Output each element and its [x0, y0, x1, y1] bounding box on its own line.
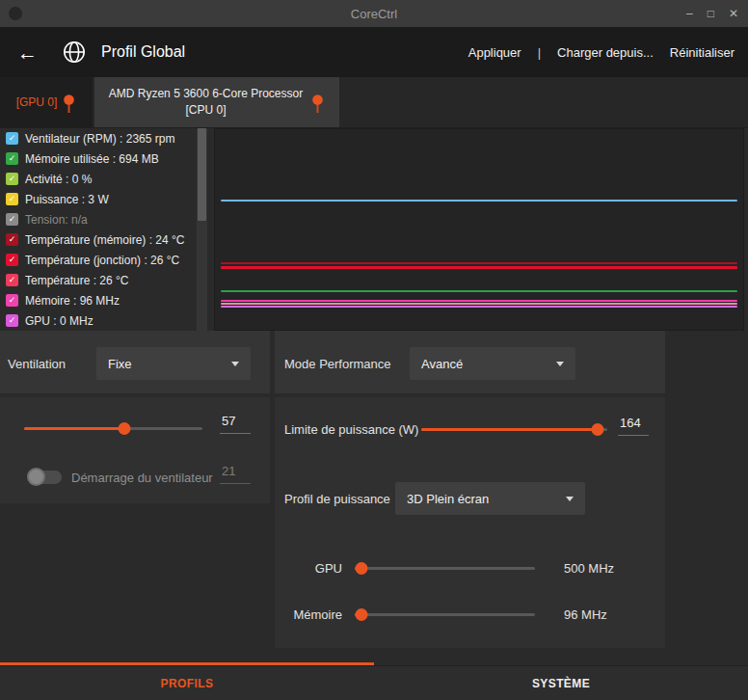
sensor-label: Température (mémoire) : 24 °C: [25, 233, 185, 247]
slider-handle[interactable]: [356, 608, 368, 621]
chevron-down-icon: [556, 362, 564, 366]
power-profile-dropdown[interactable]: 3D Plein écran: [395, 482, 585, 515]
minimize-button[interactable]: –: [686, 7, 693, 20]
slider-fill: [24, 427, 124, 430]
gpu-clock-value: 500 MHz: [564, 561, 614, 576]
app-icon: [9, 7, 22, 20]
sensor-row[interactable]: ✓Température (jonction) : 26 °C: [0, 250, 197, 270]
sensor-label: Mémoire utilisée : 694 MB: [25, 152, 159, 166]
slider-track: [355, 613, 535, 616]
tab-gpu0-label: [GPU 0]: [16, 95, 58, 109]
sensor-checkbox[interactable]: ✓: [6, 233, 18, 246]
sensor-row[interactable]: ✓Mémoire : 96 MHz: [0, 290, 197, 310]
graph-line-temp-memory: [221, 262, 737, 264]
graph-line-temperature: [221, 303, 737, 305]
sensor-row[interactable]: ✓Température (mémoire) : 24 °C: [0, 229, 197, 250]
power-limit-slider[interactable]: [421, 421, 607, 437]
slider-handle[interactable]: [592, 423, 604, 436]
scrollbar-thumb[interactable]: [198, 128, 206, 221]
fan-mode-dropdown[interactable]: Fixe: [96, 347, 251, 380]
pin-icon: [62, 94, 76, 114]
sensor-checkbox[interactable]: ✓: [6, 274, 18, 286]
sensor-row[interactable]: ✓Mémoire utilisée : 694 MB: [0, 148, 197, 169]
close-button[interactable]: ✕: [729, 7, 738, 20]
sensor-label: Température (jonction) : 26 °C: [25, 254, 179, 267]
sensor-row[interactable]: ✓Activité : 0 %: [0, 169, 197, 189]
sensor-label: GPU : 0 MHz: [25, 314, 94, 328]
sensor-list: ✓Ventilateur (RPM) : 2365 rpm✓Mémoire ut…: [0, 128, 197, 331]
sensor-checkbox[interactable]: ✓: [6, 294, 18, 307]
back-button[interactable]: ←: [17, 42, 38, 63]
sensor-row[interactable]: ✓Tension: n/a: [0, 209, 197, 229]
sensor-row[interactable]: ✓Température : 26 °C: [0, 270, 197, 290]
gpu-clock-slider[interactable]: [355, 560, 535, 576]
sensor-checkbox[interactable]: ✓: [6, 314, 18, 327]
apply-button[interactable]: Appliquer: [468, 45, 521, 60]
sensor-scrollbar[interactable]: [197, 128, 207, 331]
chevron-down-icon: [231, 362, 239, 366]
sensor-label: Puissance : 3 W: [25, 193, 109, 206]
corectrl-window: CoreCtrl – □ ✕ ← Profil Global Appliquer…: [0, 0, 748, 700]
device-tabbar: [GPU 0] AMD Ryzen 5 3600 6-Core Processo…: [0, 77, 748, 128]
window-controls: – □ ✕: [686, 0, 738, 27]
sensor-label: Tension: n/a: [25, 213, 88, 227]
graph-line-gpu-clock: [221, 306, 737, 308]
sensor-row[interactable]: ✓Puissance : 3 W: [0, 189, 197, 209]
fan-speed-slider[interactable]: [24, 420, 202, 436]
fan-speed-value[interactable]: 57: [220, 414, 251, 434]
controls-area: Ventilation Fixe 57 Démarrage du ventila…: [0, 331, 748, 665]
sensor-checkbox[interactable]: ✓: [6, 213, 18, 226]
tab-profiles[interactable]: PROFILS: [0, 666, 374, 700]
action-separator: |: [538, 45, 541, 60]
fan-start-value[interactable]: 21: [220, 464, 251, 484]
sensor-label: Mémoire : 96 MHz: [25, 294, 120, 308]
tab-system[interactable]: SYSTÈME: [374, 666, 748, 700]
sensor-checkbox[interactable]: ✓: [6, 152, 18, 165]
tab-cpu0[interactable]: AMD Ryzen 5 3600 6-Core Processor [CPU 0…: [94, 77, 339, 127]
sensor-checkbox[interactable]: ✓: [6, 132, 18, 145]
memory-clock-label: Mémoire: [289, 607, 342, 622]
gpu-clock-label: GPU: [289, 561, 342, 576]
sensor-row[interactable]: ✓Ventilateur (RPM) : 2365 rpm: [0, 128, 197, 148]
slider-track: [355, 567, 535, 570]
graph-line-memory-used: [221, 290, 737, 292]
fan-mode-value: Fixe: [108, 357, 132, 371]
power-profile-label: Profil de puissance: [284, 492, 390, 506]
reset-button[interactable]: Réinitialiser: [670, 45, 735, 60]
slider-handle[interactable]: [356, 562, 368, 575]
power-limit-value[interactable]: 164: [618, 416, 649, 436]
sensor-label: Température : 26 °C: [25, 274, 129, 287]
memory-clock-slider[interactable]: [355, 606, 535, 622]
performance-mode-dropdown[interactable]: Avancé: [410, 347, 575, 380]
slider-fill: [421, 428, 598, 431]
sensor-row[interactable]: ✓GPU : 0 MHz: [0, 310, 197, 331]
chevron-down-icon: [566, 497, 574, 501]
bottom-tabbar: PROFILS SYSTÈME: [0, 665, 748, 700]
maximize-button[interactable]: □: [708, 7, 714, 20]
titlebar: CoreCtrl – □ ✕: [0, 0, 748, 27]
header-actions: Appliquer | Charger depuis... Réinitiali…: [468, 45, 735, 60]
fan-start-toggle[interactable]: [29, 471, 62, 484]
sensor-label: Activité : 0 %: [25, 173, 92, 186]
tab-cpu0-line1: AMD Ryzen 5 3600 6-Core Processor: [109, 86, 303, 102]
performance-mode-label: Mode Performance: [284, 357, 391, 371]
tab-gpu0[interactable]: [GPU 0]: [0, 77, 93, 127]
globe-icon: [61, 39, 88, 66]
graph-line-memory-clock: [221, 300, 737, 302]
pin-icon: [310, 94, 325, 114]
load-from-button[interactable]: Charger depuis...: [557, 45, 654, 60]
sensor-checkbox[interactable]: ✓: [6, 254, 18, 266]
sensor-checkbox[interactable]: ✓: [6, 173, 18, 185]
graph-line-temp-junction: [221, 266, 737, 269]
performance-mode-value: Avancé: [421, 357, 463, 371]
power-limit-label: Limite de puissance (W): [284, 422, 418, 437]
fan-section-label: Ventilation: [8, 357, 66, 371]
memory-clock-value: 96 MHz: [564, 607, 607, 622]
graph-line-fan-rpm: [221, 200, 737, 202]
sensor-checkbox[interactable]: ✓: [6, 193, 18, 205]
toggle-knob[interactable]: [27, 468, 45, 486]
sensor-label: Ventilateur (RPM) : 2365 rpm: [25, 132, 174, 146]
slider-handle[interactable]: [118, 422, 130, 435]
power-profile-value: 3D Plein écran: [407, 492, 489, 506]
header: ← Profil Global Appliquer | Charger depu…: [0, 27, 748, 77]
